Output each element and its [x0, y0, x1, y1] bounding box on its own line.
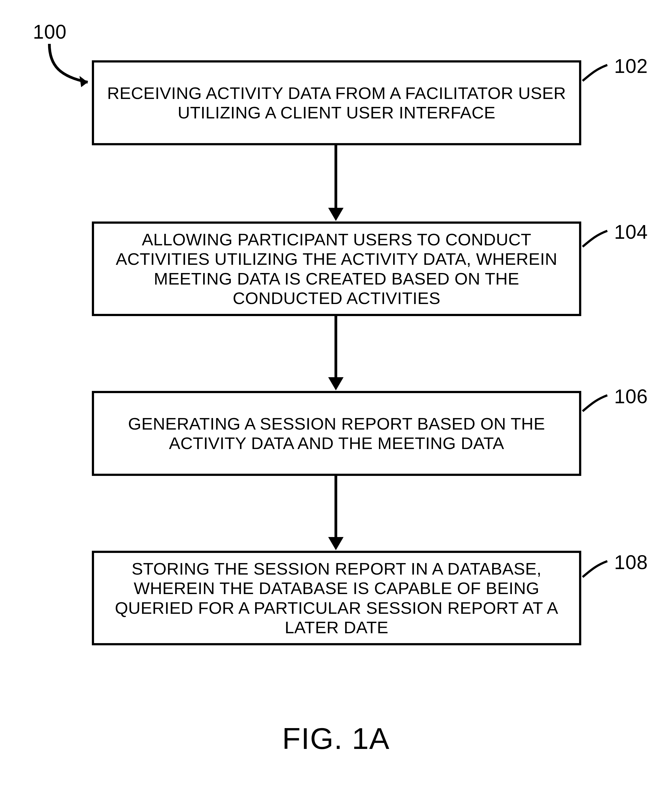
step-text-4: STORING THE SESSION REPORT IN A DATABASE… [94, 559, 579, 637]
step-ref-leader-4 [581, 558, 614, 585]
step-ref-3: 106 [614, 385, 648, 408]
arrow-1-2 [328, 145, 344, 221]
step-box-3: GENERATING A SESSION REPORT BASED ON THE… [92, 391, 581, 476]
step-ref-1: 102 [614, 55, 648, 77]
arrow-3-4 [328, 476, 344, 550]
step-text-1: RECEIVING ACTIVITY DATA FROM A FACILITAT… [94, 83, 579, 123]
figure-caption: FIG. 1A [282, 721, 390, 756]
overall-ref-label: 100 [33, 21, 67, 43]
step-ref-4: 108 [614, 551, 648, 574]
step-box-1: RECEIVING ACTIVITY DATA FROM A FACILITAT… [92, 60, 581, 145]
step-ref-leader-2 [581, 227, 614, 255]
step-box-4: STORING THE SESSION REPORT IN A DATABASE… [92, 551, 581, 645]
flowchart-canvas: 100 RECEIVING ACTIVITY DATA FROM A FACIL… [0, 0, 672, 798]
step-ref-leader-3 [581, 392, 614, 419]
svg-marker-0 [80, 76, 88, 87]
step-ref-2: 104 [614, 221, 648, 243]
step-text-2: ALLOWING PARTICIPANT USERS TO CONDUCT AC… [94, 230, 579, 308]
arrow-2-3 [328, 316, 344, 390]
step-ref-leader-1 [581, 62, 614, 89]
step-text-3: GENERATING A SESSION REPORT BASED ON THE… [94, 414, 579, 453]
step-box-2: ALLOWING PARTICIPANT USERS TO CONDUCT AC… [92, 222, 581, 316]
